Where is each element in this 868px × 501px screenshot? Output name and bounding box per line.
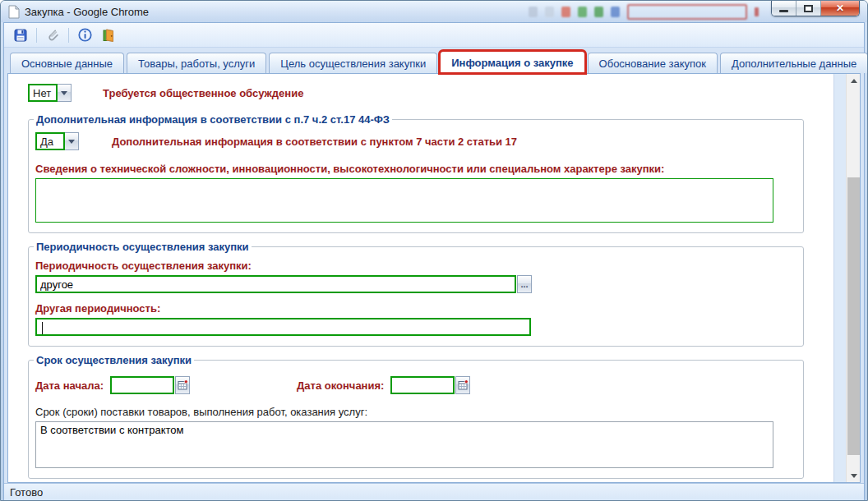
ghost-red-mark (755, 7, 759, 16)
delivery-term-label: Срок (сроки) поставки товаров, выполнени… (35, 406, 795, 418)
ghost-icon (545, 7, 554, 17)
periodicity-label: Периодичность осуществления закупки: (35, 260, 795, 272)
start-date-calendar-button[interactable] (175, 376, 190, 394)
purchase-info-form: Нет Требуется общественное обсуждение До… (8, 74, 834, 482)
additional-info-legend: Дополнительная информация в соответствии… (34, 113, 392, 126)
additional-info-flag-label: Дополнительная информация в соответствии… (112, 136, 517, 148)
info-icon (77, 27, 93, 43)
other-periodicity-row (35, 318, 795, 336)
tab-informaciya-o-zakupke[interactable]: Информация о закупке (440, 51, 584, 73)
titlebar[interactable]: Закупка - Google Chrome ✕ (1, 1, 867, 22)
save-icon (13, 28, 28, 43)
vertical-scrollbar[interactable] (846, 74, 860, 482)
periodicity-input-row: ... (35, 275, 795, 293)
dropdown-button[interactable] (58, 84, 72, 102)
info-button[interactable] (75, 25, 95, 45)
public-discussion-label: Требуется общественное обсуждение (103, 87, 303, 99)
other-periodicity-input[interactable] (35, 318, 531, 336)
tab-osnovnye-dannye[interactable]: Основные данные (10, 53, 124, 73)
end-date-calendar-button[interactable] (455, 376, 470, 394)
additional-info-flag-row: Да Дополнительная информация в соответст… (35, 132, 795, 150)
tab-panel: Нет Требуется общественное обсуждение До… (7, 73, 861, 483)
window-controls: ✕ (771, 1, 860, 16)
calendar-icon (178, 379, 188, 391)
status-text: Готово (10, 486, 43, 499)
purchase-window: Закупка - Google Chrome ✕ (0, 0, 868, 501)
ghost-highlight-box (627, 4, 747, 20)
public-discussion-value: Нет (28, 84, 58, 102)
details-textarea[interactable] (35, 178, 773, 223)
status-bar: Готово (4, 483, 864, 500)
periodicity-legend: Периодичность осуществления закупки (34, 241, 252, 253)
periodicity-fieldset: Периодичность осуществления закупки Пери… (28, 241, 804, 347)
exit-button[interactable] (99, 25, 118, 45)
tab-obosnovanie-zakupok[interactable]: Обоснование закупок (588, 53, 718, 73)
term-legend: Срок осуществления закупки (34, 354, 194, 366)
chevron-down-icon (61, 91, 67, 95)
periodicity-lookup-button[interactable]: ... (517, 275, 532, 293)
additional-info-fieldset: Дополнительная информация в соответствии… (28, 113, 804, 233)
minimize-icon (779, 10, 788, 12)
public-discussion-row: Нет Требуется общественное обсуждение (28, 84, 833, 102)
calendar-icon (458, 379, 469, 391)
window-title: Закупка - Google Chrome (25, 6, 149, 18)
ghost-icon (611, 7, 620, 17)
toolbar-separator (68, 28, 69, 43)
tab-tovary-raboty-uslugi[interactable]: Товары, работы, услуги (127, 53, 266, 73)
ghost-icon (578, 7, 587, 17)
close-button[interactable]: ✕ (821, 1, 859, 16)
periodicity-input[interactable] (35, 275, 516, 293)
delivery-term-textarea[interactable]: В соответствии с контрактом (35, 421, 773, 468)
tab-strip: Основные данные Товары, работы, услуги Ц… (4, 48, 864, 73)
chevron-down-icon (68, 140, 75, 144)
scroll-down-button[interactable] (847, 469, 861, 482)
document-icon (7, 5, 20, 19)
start-date-label: Дата начала: (35, 379, 104, 392)
public-discussion-select[interactable]: Нет (28, 84, 72, 102)
other-periodicity-label: Другая периодичность: (35, 302, 795, 315)
exit-icon (101, 28, 116, 43)
save-button[interactable] (11, 25, 30, 45)
triangle-down-icon (851, 474, 857, 478)
start-date-input[interactable] (110, 376, 174, 394)
scrollbar-thumb[interactable] (847, 177, 860, 455)
panel-gap (834, 74, 846, 482)
dropdown-button[interactable] (65, 132, 79, 150)
scroll-up-button[interactable] (847, 74, 861, 87)
triangle-up-icon (851, 79, 857, 83)
tab-cel-osushchestvleniya-zakupki[interactable]: Цель осуществления закупки (269, 53, 437, 73)
attachment-icon (45, 28, 60, 43)
tab-dopolnitelnye-dannye[interactable]: Дополнительные данные (720, 53, 868, 73)
end-date-input[interactable] (390, 376, 455, 394)
minimize-button[interactable] (772, 1, 796, 16)
attach-button[interactable] (43, 25, 62, 45)
ghost-icon (594, 7, 603, 17)
end-date-label: Дата окончания: (297, 379, 384, 392)
maximize-icon (804, 5, 813, 12)
additional-info-flag-value: Да (35, 132, 65, 150)
client-area: Основные данные Товары, работы, услуги Ц… (3, 22, 865, 500)
background-ghost-icons (529, 4, 759, 19)
ghost-icon (561, 7, 570, 17)
maximize-button[interactable] (796, 1, 821, 16)
text-caret (42, 322, 43, 334)
details-label: Сведения о технической сложности, иннова… (35, 163, 795, 175)
ghost-icon (529, 7, 538, 17)
toolbar-separator (36, 28, 37, 43)
dates-row: Дата начала: Дата (35, 376, 795, 394)
term-fieldset: Срок осуществления закупки Дата начала: (28, 354, 804, 479)
additional-info-select[interactable]: Да (35, 132, 79, 150)
toolbar (4, 23, 864, 48)
